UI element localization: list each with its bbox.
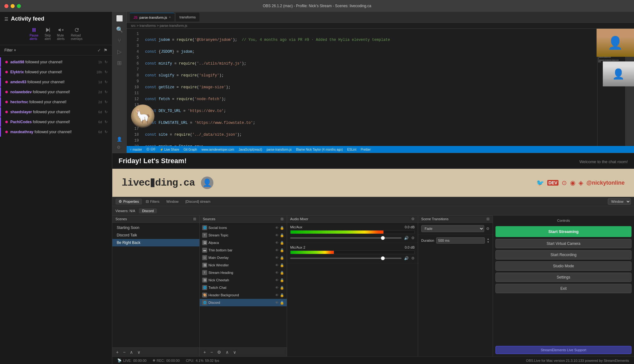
refresh-icon[interactable]: ↻ xyxy=(105,90,108,94)
git-branch[interactable]: ⑂ master xyxy=(130,148,142,151)
lock-icon[interactable]: 🔒 xyxy=(280,263,284,267)
discord-tab[interactable]: Discord xyxy=(139,208,157,213)
channel-settings-icon[interactable]: ⚙ xyxy=(411,236,415,240)
lock-icon[interactable]: 🔒 xyxy=(280,226,284,230)
git-graph[interactable]: Git Graph xyxy=(183,148,197,151)
visibility-icon[interactable]: 👁 xyxy=(275,226,279,230)
refresh-icon[interactable]: ↻ xyxy=(105,110,108,114)
refresh-icon[interactable]: ↻ xyxy=(105,130,108,134)
scene-item-starting-soon[interactable]: Starting Soon xyxy=(112,224,199,231)
visibility-icon[interactable]: 👁 xyxy=(275,233,279,237)
tab-discord-stream[interactable]: [Discord] stream xyxy=(182,199,213,204)
speaker-icon[interactable]: 🔊 xyxy=(404,236,409,240)
lock-icon[interactable]: 🔒 xyxy=(280,271,284,275)
duration-input[interactable] xyxy=(436,237,485,244)
tab-filters[interactable]: ⊟ Filters xyxy=(143,198,163,205)
visibility-icon[interactable]: 👁 xyxy=(275,271,279,274)
source-item-social-icons[interactable]: 🌐 Social Icons 👁 🔒 xyxy=(200,224,287,231)
start-recording-button[interactable]: Start Recording xyxy=(495,250,632,260)
speaker2-icon[interactable]: 🔊 xyxy=(404,256,409,260)
visibility-icon[interactable]: 👁 xyxy=(275,293,279,297)
scene-item-discord-talk[interactable]: Discord Talk xyxy=(112,231,199,239)
stream-elements-button[interactable]: StreamElements Live Support xyxy=(495,346,632,354)
channel2-settings-icon[interactable]: ⚙ xyxy=(411,256,415,260)
visibility-icon[interactable]: 👁 xyxy=(275,286,279,289)
error-count[interactable]: ⓪ Ⓐ0 xyxy=(146,147,155,152)
window-select[interactable]: Window xyxy=(608,198,631,205)
formatter-eslint[interactable]: ESLint xyxy=(347,148,356,151)
move-scene-down-button[interactable]: ∨ xyxy=(136,349,142,355)
remove-scene-button[interactable]: − xyxy=(122,349,127,355)
source-item-nick-wrestler[interactable]: 🖼 Nick Wrestler 👁 🔒 xyxy=(200,261,287,269)
transition-dropdown[interactable]: Fade Cut Swipe Slide xyxy=(421,225,484,232)
lock-icon[interactable]: 🔒 xyxy=(280,248,284,252)
volume-slider[interactable] xyxy=(290,237,402,239)
files-icon[interactable]: ⬜ xyxy=(116,15,123,22)
settings-button[interactable]: Settings xyxy=(495,273,632,282)
maximize-button[interactable] xyxy=(17,4,21,8)
refresh-icon[interactable]: ↻ xyxy=(105,100,108,104)
filter-button[interactable]: Filter ▾ xyxy=(4,48,16,52)
source-item-main-overlay[interactable]: ⊡ Main Overlay 👁 🔒 xyxy=(200,254,287,261)
skip-alert-button[interactable]: Skipalert xyxy=(45,27,51,41)
move-scene-up-button[interactable]: ∧ xyxy=(129,349,134,355)
add-scene-button[interactable]: + xyxy=(115,349,120,355)
volume-slider-2[interactable] xyxy=(290,258,402,259)
reload-overlays-button[interactable]: Reloadoverlays xyxy=(71,27,82,41)
editor-tab-parse-transform[interactable]: JS parse-transform.js × xyxy=(130,13,174,22)
start-virtual-camera-button[interactable]: Start Virtual Camera xyxy=(495,239,632,248)
editor-tab-transforms[interactable]: transforms xyxy=(176,13,199,22)
lock-icon[interactable]: 🔒 xyxy=(280,233,284,237)
scene-item-be-right-back[interactable]: Be Right Back xyxy=(112,239,199,246)
extensions-icon[interactable]: ⊞ xyxy=(117,60,122,66)
hamburger-icon[interactable]: ☰ xyxy=(4,17,8,22)
visibility-icon[interactable]: 👁 xyxy=(275,278,279,282)
debug-icon[interactable]: ▷ xyxy=(117,48,122,55)
source-item-stream-topic[interactable]: T Stream Topic 👁 🔒 xyxy=(200,231,287,239)
audio-settings-icon[interactable]: ⚙ xyxy=(411,217,415,221)
visibility-icon[interactable]: 👁 xyxy=(275,263,279,267)
source-item-thin-bottom-bar[interactable]: ▬ Thin bottom bar 👁 🔒 xyxy=(200,246,287,254)
add-source-button[interactable]: + xyxy=(202,349,207,355)
refresh-icon[interactable]: ↻ xyxy=(105,80,108,84)
settings-gear-icon[interactable]: ⚙ xyxy=(117,145,122,150)
git-icon[interactable]: ⑂ xyxy=(118,37,121,44)
source-item-header-background[interactable]: 🎨 Header Background 👁 🔒 xyxy=(200,291,287,299)
source-item-discord[interactable]: 🌐 Discord 👁 🔒 xyxy=(200,299,287,306)
user-avatar-icon[interactable]: 👤 xyxy=(117,137,122,142)
refresh-icon[interactable]: ↻ xyxy=(105,70,108,74)
tab-properties[interactable]: ⚙ Properties xyxy=(115,198,142,205)
lock-icon[interactable]: 🔒 xyxy=(280,241,284,245)
language-mode[interactable]: JavaScript(react) xyxy=(239,148,262,151)
flag-icon[interactable]: ⚑ xyxy=(104,48,108,53)
visibility-icon[interactable]: 👁 xyxy=(275,256,279,260)
refresh-icon[interactable]: ↻ xyxy=(105,120,108,124)
live-share[interactable]: ⚡ Live Share xyxy=(160,148,179,151)
search-icon[interactable]: 🔍 xyxy=(116,26,123,33)
lock-icon[interactable]: 🔒 xyxy=(280,286,284,290)
minimize-button[interactable] xyxy=(11,4,15,8)
visibility-icon[interactable]: 👁 xyxy=(275,248,279,252)
move-source-up-button[interactable]: ∧ xyxy=(224,349,230,355)
refresh-icon[interactable]: ↻ xyxy=(105,60,108,64)
close-button[interactable] xyxy=(4,4,8,8)
source-item-alpaca[interactable]: 🖼 Alpaca 👁 🔒 xyxy=(200,239,287,246)
transition-gear-icon[interactable]: ⚙ xyxy=(486,226,490,231)
source-item-nick-cheetah[interactable]: 🖼 Nick Cheetah 👁 🔒 xyxy=(200,276,287,284)
remove-source-button[interactable]: − xyxy=(209,349,214,355)
start-streaming-button[interactable]: Start Streaming xyxy=(495,226,632,237)
close-tab-icon[interactable]: × xyxy=(169,16,171,19)
source-item-twitch-chat[interactable]: 🌐 Twitch Chat 👁 🔒 xyxy=(200,284,287,291)
visibility-icon[interactable]: 👁 xyxy=(275,241,279,245)
tab-window[interactable]: Window xyxy=(163,199,182,204)
lock-icon[interactable]: 🔒 xyxy=(280,301,284,305)
studio-mode-button[interactable]: Studio Mode xyxy=(495,261,632,271)
lock-icon[interactable]: 🔒 xyxy=(280,293,284,297)
pause-alerts-button[interactable]: Pausealerts xyxy=(30,27,38,41)
mute-alerts-button[interactable]: Mutealerts xyxy=(57,27,65,41)
checkmark-icon[interactable]: ✓ xyxy=(97,48,101,53)
visibility-icon[interactable]: 👁 xyxy=(275,301,279,304)
source-settings-button[interactable]: ⚙ xyxy=(216,349,222,355)
exit-button[interactable]: Exit xyxy=(495,284,632,293)
lock-icon[interactable]: 🔒 xyxy=(280,278,284,282)
